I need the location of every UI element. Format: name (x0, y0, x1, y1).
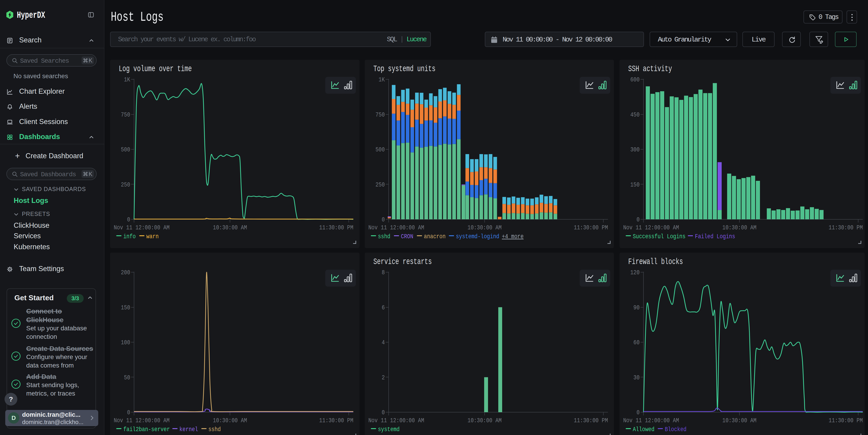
svg-text:11:30:00 PM: 11:30:00 PM (574, 224, 608, 231)
svg-text:systemd: systemd (378, 426, 400, 433)
svg-text:90: 90 (633, 304, 640, 311)
svg-text:Blocked: Blocked (665, 426, 686, 433)
svg-text:1K: 1K (124, 76, 130, 83)
svg-text:0: 0 (127, 409, 130, 416)
svg-text:anacron: anacron (424, 233, 445, 240)
svg-text:0: 0 (637, 409, 640, 416)
svg-text:300: 300 (630, 146, 640, 153)
svg-text:11:30:00 PM: 11:30:00 PM (319, 417, 353, 424)
svg-text:Allowed: Allowed (633, 426, 654, 433)
svg-text:11:30:00 PM: 11:30:00 PM (829, 417, 863, 424)
svg-text:0: 0 (127, 216, 130, 223)
svg-text:50: 50 (124, 374, 130, 381)
svg-text:10:30:00 AM: 10:30:00 AM (467, 224, 502, 231)
svg-text:Log volume over time: Log volume over time (119, 64, 192, 74)
svg-text:60: 60 (633, 339, 640, 346)
svg-text:4: 4 (381, 339, 385, 346)
svg-text:sshd: sshd (378, 233, 390, 240)
svg-text:Nov 11 12:00:00 AM: Nov 11 12:00:00 AM (114, 417, 169, 424)
svg-text:CRON: CRON (401, 233, 413, 240)
svg-text:Nov 11 12:00:00 AM: Nov 11 12:00:00 AM (623, 417, 679, 424)
svg-text:sshd: sshd (208, 426, 221, 433)
svg-text:Successful Logins: Successful Logins (633, 233, 685, 240)
svg-text:0: 0 (381, 409, 385, 416)
svg-text:8: 8 (381, 269, 385, 276)
svg-text:Failed Logins: Failed Logins (695, 233, 735, 240)
svg-text:Nov 11 12:00:00 AM: Nov 11 12:00:00 AM (114, 224, 169, 231)
svg-text:fail2ban-server: fail2ban-server (123, 426, 170, 433)
svg-text:0: 0 (381, 216, 385, 223)
svg-text:11:30:00 PM: 11:30:00 PM (829, 224, 863, 231)
svg-text:500: 500 (121, 146, 130, 153)
svg-text:Nov 11 12:00:00 AM: Nov 11 12:00:00 AM (623, 224, 679, 231)
svg-text:6: 6 (381, 304, 385, 311)
svg-text:info: info (123, 233, 135, 240)
svg-text:10:30:00 AM: 10:30:00 AM (722, 224, 756, 231)
svg-text:750: 750 (121, 111, 130, 118)
svg-text:Firewall blocks: Firewall blocks (628, 257, 683, 267)
svg-text:warn: warn (146, 233, 159, 240)
svg-text:0: 0 (637, 216, 640, 223)
svg-text:10:30:00 AM: 10:30:00 AM (722, 417, 756, 424)
svg-text:10:30:00 AM: 10:30:00 AM (467, 417, 502, 424)
svg-text:kernel: kernel (179, 426, 198, 433)
svg-text:11:30:00 PM: 11:30:00 PM (574, 417, 608, 424)
svg-text:10:30:00 AM: 10:30:00 AM (213, 224, 247, 231)
svg-text:750: 750 (375, 111, 385, 118)
svg-text:11:30:00 PM: 11:30:00 PM (319, 224, 353, 231)
svg-text:SSH activity: SSH activity (628, 64, 672, 74)
svg-text:200: 200 (121, 269, 130, 276)
svg-text:Nov 11 12:00:00 AM: Nov 11 12:00:00 AM (368, 224, 424, 231)
svg-text:500: 500 (375, 146, 385, 153)
svg-text:+4 more: +4 more (502, 233, 524, 240)
svg-text:250: 250 (375, 181, 385, 188)
svg-text:100: 100 (121, 339, 130, 346)
svg-text:150: 150 (121, 304, 130, 311)
svg-text:Nov 11 12:00:00 AM: Nov 11 12:00:00 AM (368, 417, 424, 424)
svg-text:2: 2 (381, 374, 385, 381)
svg-text:600: 600 (630, 76, 640, 83)
svg-text:450: 450 (630, 111, 640, 118)
svg-text:250: 250 (121, 181, 130, 188)
svg-text:120: 120 (630, 269, 640, 276)
svg-text:10:30:00 AM: 10:30:00 AM (213, 417, 247, 424)
svg-text:systemd-logind: systemd-logind (456, 233, 499, 240)
svg-text:Top systemd units: Top systemd units (373, 64, 435, 74)
svg-text:1K: 1K (379, 76, 385, 83)
svg-text:Service restarts: Service restarts (373, 257, 432, 267)
svg-text:30: 30 (633, 374, 640, 381)
svg-text:150: 150 (630, 181, 640, 188)
